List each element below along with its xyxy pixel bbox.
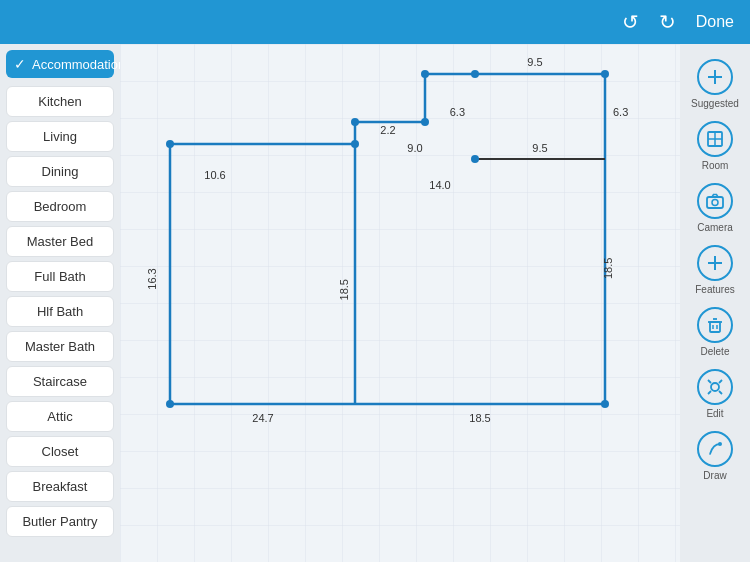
svg-point-17 [166, 140, 174, 148]
sidebar-item-butler-pantry[interactable]: Butler Pantry [6, 506, 114, 537]
suggested-tool[interactable]: Suggested [688, 54, 742, 114]
sidebar-item-bedroom[interactable]: Bedroom [6, 191, 114, 222]
canvas-area[interactable]: 9.5 6.3 6.3 9.5 9.0 2.2 14.0 10.6 16.3 1… [120, 44, 680, 562]
svg-point-21 [421, 118, 429, 126]
svg-point-46 [718, 442, 722, 446]
svg-text:14.0: 14.0 [429, 179, 450, 191]
sidebar-item-closet[interactable]: Closet [6, 436, 114, 467]
svg-line-45 [708, 380, 711, 383]
right-toolbar: SuggestedRoomCameraFeaturesDeleteEditDra… [680, 44, 750, 562]
sidebar-header[interactable]: ✓ Accommodation [6, 50, 114, 78]
features-icon [697, 245, 733, 281]
undo-icon[interactable]: ↺ [622, 10, 639, 34]
svg-rect-36 [710, 322, 720, 332]
svg-point-18 [166, 400, 174, 408]
svg-point-33 [712, 200, 718, 206]
draw-tool[interactable]: Draw [688, 426, 742, 486]
svg-text:24.7: 24.7 [252, 412, 273, 424]
svg-text:16.3: 16.3 [146, 268, 158, 289]
svg-text:6.3: 6.3 [450, 106, 465, 118]
top-bar: ↺ ↻ Done [0, 0, 750, 44]
sidebar-item-staircase[interactable]: Staircase [6, 366, 114, 397]
sidebar: ✓ Accommodation KitchenLivingDiningBedro… [0, 44, 120, 562]
svg-point-26 [471, 155, 479, 163]
done-button[interactable]: Done [696, 13, 734, 31]
camera-tool[interactable]: Camera [688, 178, 742, 238]
delete-icon [697, 307, 733, 343]
room-label: Room [702, 160, 729, 171]
delete-tool[interactable]: Delete [688, 302, 742, 362]
delete-label: Delete [701, 346, 730, 357]
svg-point-20 [351, 118, 359, 126]
svg-point-22 [421, 70, 429, 78]
svg-text:18.5: 18.5 [338, 279, 350, 300]
svg-point-25 [471, 70, 479, 78]
sidebar-item-breakfast[interactable]: Breakfast [6, 471, 114, 502]
svg-rect-32 [707, 197, 723, 208]
sidebar-item-dining[interactable]: Dining [6, 156, 114, 187]
camera-label: Camera [697, 222, 733, 233]
redo-icon[interactable]: ↻ [659, 10, 676, 34]
sidebar-header-icon: ✓ [14, 56, 26, 72]
camera-icon [697, 183, 733, 219]
svg-line-42 [719, 380, 722, 383]
floorplan-svg: 9.5 6.3 6.3 9.5 9.0 2.2 14.0 10.6 16.3 1… [120, 44, 680, 562]
suggested-icon [697, 59, 733, 95]
svg-point-24 [601, 400, 609, 408]
svg-text:9.5: 9.5 [532, 142, 547, 154]
edit-label: Edit [706, 408, 723, 419]
svg-text:9.5: 9.5 [527, 56, 542, 68]
sidebar-item-kitchen[interactable]: Kitchen [6, 86, 114, 117]
sidebar-item-living[interactable]: Living [6, 121, 114, 152]
svg-point-23 [601, 70, 609, 78]
sidebar-item-full-bath[interactable]: Full Bath [6, 261, 114, 292]
room-tool[interactable]: Room [688, 116, 742, 176]
main-area: ✓ Accommodation KitchenLivingDiningBedro… [0, 44, 750, 562]
svg-text:6.3: 6.3 [613, 106, 628, 118]
suggested-label: Suggested [691, 98, 739, 109]
sidebar-item-attic[interactable]: Attic [6, 401, 114, 432]
svg-line-43 [708, 391, 711, 394]
svg-text:2.2: 2.2 [380, 124, 395, 136]
svg-point-41 [711, 383, 719, 391]
sidebar-item-master-bed[interactable]: Master Bed [6, 226, 114, 257]
features-label: Features [695, 284, 734, 295]
draw-icon [697, 431, 733, 467]
sidebar-header-label: Accommodation [32, 57, 120, 72]
edit-tool[interactable]: Edit [688, 364, 742, 424]
sidebar-item-master-bath[interactable]: Master Bath [6, 331, 114, 362]
svg-text:9.0: 9.0 [407, 142, 422, 154]
svg-text:18.5: 18.5 [469, 412, 490, 424]
edit-icon [697, 369, 733, 405]
features-tool[interactable]: Features [688, 240, 742, 300]
sidebar-item-hlf-bath[interactable]: Hlf Bath [6, 296, 114, 327]
draw-label: Draw [703, 470, 726, 481]
svg-text:10.6: 10.6 [204, 169, 225, 181]
room-icon [697, 121, 733, 157]
svg-text:18.5: 18.5 [602, 258, 614, 279]
svg-point-19 [351, 140, 359, 148]
svg-line-44 [719, 391, 722, 394]
